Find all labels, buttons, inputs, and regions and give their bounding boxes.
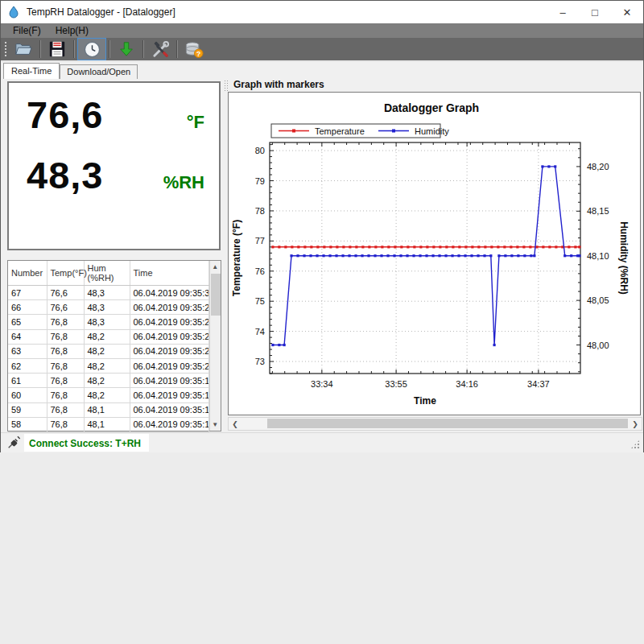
download-arrow-icon: [118, 40, 135, 58]
app-icon: [7, 6, 20, 19]
toolbar-separator: [39, 40, 41, 58]
scroll-left-icon[interactable]: ❮: [229, 420, 242, 428]
table-row[interactable]: 6676,648,306.04.2019 09:35:29: [8, 300, 208, 315]
hscrollbar-thumb[interactable]: [267, 419, 628, 428]
svg-text:48,15: 48,15: [587, 206, 609, 216]
svg-text:80: 80: [255, 146, 265, 155]
temperature-unit: °F: [187, 112, 204, 133]
toolbar-divider: [1, 60, 643, 62]
status-bar: Connect Success: T+RH: [1, 432, 643, 452]
database-button[interactable]: ?: [180, 39, 208, 60]
graph-panel: Datalogger Graph737475767778798048,0048,…: [228, 92, 641, 415]
datalogger-chart: Datalogger Graph737475767778798048,0048,…: [229, 93, 638, 413]
svg-text:Time: Time: [414, 395, 436, 407]
table-row[interactable]: 6276,848,206.04.2019 09:35:21: [8, 358, 208, 373]
scroll-down-icon[interactable]: ▼: [210, 419, 221, 431]
resize-grip[interactable]: [630, 440, 640, 449]
svg-text:77: 77: [255, 236, 265, 246]
svg-text:Humidity (%RH): Humidity (%RH): [618, 221, 630, 295]
svg-text:34:37: 34:37: [527, 379, 550, 389]
toolbar: ?: [1, 38, 643, 60]
save-button[interactable]: [43, 39, 71, 60]
table-row[interactable]: 6076,848,206.04.2019 09:35:16: [8, 388, 208, 402]
toolbar-separator: [176, 40, 178, 58]
app-window: TempRH Datalogger - [Datalogger] – □ ✕ F…: [0, 0, 644, 452]
database-question-icon: ?: [184, 40, 204, 59]
humidity-readout: 48,3 %RH: [9, 148, 219, 197]
svg-text:73: 73: [255, 357, 265, 366]
svg-text:48,20: 48,20: [587, 162, 609, 171]
svg-text:33:55: 33:55: [385, 379, 407, 389]
realtime-clock-button[interactable]: [77, 38, 106, 60]
download-button[interactable]: [113, 39, 140, 60]
table-row[interactable]: 6476,848,206.04.2019 09:35:25: [8, 329, 208, 344]
humidity-unit: %RH: [163, 172, 204, 193]
tab-download-open[interactable]: Download/Open: [60, 64, 138, 79]
humidity-value: 48,3: [27, 153, 103, 197]
svg-text:?: ?: [196, 49, 200, 57]
svg-text:48,05: 48,05: [587, 295, 609, 305]
open-folder-icon: [14, 40, 33, 58]
col-number[interactable]: Number: [8, 261, 47, 286]
svg-text:74: 74: [255, 327, 265, 336]
menu-help[interactable]: Help(H): [48, 23, 96, 38]
temperature-value: 76,6: [27, 93, 103, 137]
table-row[interactable]: 6776,648,306.04.2019 09:35:31: [8, 286, 208, 300]
table-row[interactable]: 6576,848,306.04.2019 09:35:27: [8, 315, 208, 329]
svg-text:48,10: 48,10: [587, 251, 609, 261]
col-time[interactable]: Time: [130, 261, 208, 286]
panel-splitter-grip[interactable]: [224, 80, 228, 92]
graph-group-header: Graph with markers: [233, 79, 324, 90]
svg-text:48,00: 48,00: [587, 341, 609, 350]
tools-icon: [151, 40, 170, 59]
scrollbar-thumb[interactable]: [211, 274, 221, 316]
clock-icon: [83, 40, 101, 59]
minimize-button[interactable]: –: [547, 1, 579, 23]
toolbar-separator: [73, 40, 75, 58]
close-button[interactable]: ✕: [611, 1, 643, 23]
settings-button[interactable]: [147, 39, 174, 60]
title-bar: TempRH Datalogger - [Datalogger] – □ ✕: [1, 1, 643, 23]
table-vertical-scrollbar[interactable]: ▲ ▼: [209, 261, 221, 431]
temperature-readout: 76,6 °F: [9, 88, 219, 137]
svg-text:Temperature (°F): Temperature (°F): [231, 220, 242, 296]
menu-file[interactable]: File(F): [6, 23, 48, 38]
status-chip: Connect Success: T+RH: [24, 434, 149, 452]
table-row[interactable]: 5976,848,106.04.2019 09:35:14: [8, 402, 208, 417]
table-header-row: Number Temp(°F) Hum (%RH) Time: [8, 261, 208, 286]
scroll-up-icon[interactable]: ▲: [210, 261, 221, 273]
tab-strip: Real-Time Download/Open: [1, 64, 643, 79]
toolbar-grip[interactable]: [4, 41, 8, 57]
window-title: TempRH Datalogger - [Datalogger]: [27, 6, 175, 18]
svg-text:76: 76: [255, 266, 265, 276]
floppy-save-icon: [48, 40, 66, 58]
col-hum[interactable]: Hum (%RH): [84, 261, 130, 286]
data-table: Number Temp(°F) Hum (%RH) Time 6776,648,…: [8, 261, 209, 432]
toolbar-separator: [142, 40, 144, 58]
menu-bar: File(F) Help(H): [1, 23, 643, 38]
graph-horizontal-scrollbar[interactable]: ❮ ❯: [228, 417, 642, 431]
table-row[interactable]: 6176,848,206.04.2019 09:35:18: [8, 374, 208, 388]
svg-text:78: 78: [255, 206, 265, 216]
scroll-right-icon[interactable]: ❯: [629, 420, 642, 428]
svg-text:Datalogger Graph: Datalogger Graph: [384, 101, 479, 114]
svg-text:33:34: 33:34: [311, 379, 333, 389]
svg-text:79: 79: [255, 176, 265, 186]
log-table-panel: Number Temp(°F) Hum (%RH) Time 6776,648,…: [7, 260, 221, 431]
svg-text:75: 75: [255, 296, 265, 306]
svg-text:34:16: 34:16: [456, 379, 478, 389]
live-readout-panel: 76,6 °F 48,3 %RH: [7, 81, 221, 250]
maximize-button[interactable]: □: [579, 1, 611, 23]
table-row[interactable]: 6376,848,206.04.2019 09:35:23: [8, 344, 208, 358]
table-row[interactable]: 5876,848,106.04.2019 09:35:12: [8, 417, 208, 431]
col-temp[interactable]: Temp(°F): [47, 261, 84, 286]
open-file-button[interactable]: [10, 39, 37, 60]
tab-realtime[interactable]: Real-Time: [3, 63, 60, 79]
status-message: Connect Success: T+RH: [29, 438, 141, 449]
svg-text:Humidity: Humidity: [415, 126, 449, 136]
toolbar-separator: [109, 40, 110, 58]
svg-text:Temperature: Temperature: [315, 126, 365, 136]
connection-plug-icon: [6, 436, 21, 450]
